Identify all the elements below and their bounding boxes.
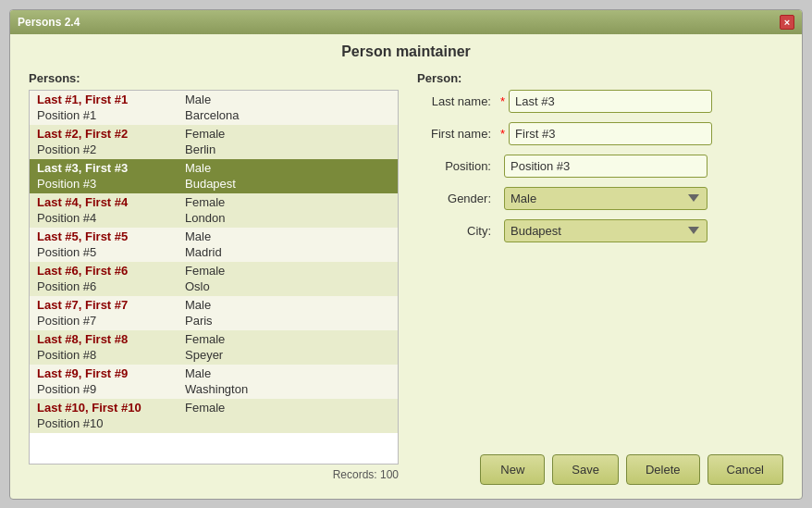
left-panel: Persons: Last #1, First #1 Male Position… (29, 71, 399, 485)
first-name-label: First name: (417, 127, 500, 141)
persons-label: Persons: (29, 71, 399, 85)
new-button[interactable]: New (480, 454, 545, 485)
city-select[interactable]: BarcelonaBerlinBudapestLondonMadridOsloP… (504, 219, 707, 242)
window-title: Persons 2.4 (18, 16, 80, 29)
last-name-row: Last name: * (417, 90, 783, 113)
list-item[interactable]: Last #8, First #8 Female (30, 330, 398, 348)
list-subitem[interactable]: Position #7 Paris (30, 314, 398, 330)
list-subitem[interactable]: Position #3 Budapest (30, 177, 398, 193)
list-subitem[interactable]: Position #5 Madrid (30, 245, 398, 262)
city-row: City: BarcelonaBerlinBudapestLondonMadri… (417, 219, 783, 242)
list-item[interactable]: Last #4, First #4 Female (30, 193, 398, 211)
form-section: Last name: * First name: * (417, 90, 783, 445)
last-name-label: Last name: (417, 94, 500, 108)
gender-label: Gender: (417, 192, 500, 205)
list-item[interactable]: Last #9, First #9 Male (30, 365, 398, 382)
gender-row: Gender: MaleFemale (417, 187, 783, 210)
list-subitem[interactable]: Position #1 Barcelona (30, 108, 398, 125)
first-name-required: * (500, 127, 505, 141)
list-subitem[interactable]: Position #9 Washington (30, 382, 398, 399)
last-name-required: * (500, 94, 505, 108)
cancel-button[interactable]: Cancel (707, 454, 783, 485)
title-bar: Persons 2.4 × (10, 10, 802, 34)
list-subitem[interactable]: Position #2 Berlin (30, 142, 398, 159)
position-label: Position: (417, 159, 500, 173)
list-subitem[interactable]: Position #10 (30, 416, 398, 433)
list-item[interactable]: Last #5, First #5 Male (30, 228, 398, 245)
last-name-input[interactable] (509, 90, 712, 113)
delete-button[interactable]: Delete (626, 454, 700, 485)
button-bar: New Save Delete Cancel (417, 445, 783, 485)
content-area: Person maintainer Persons: Last #1, Firs… (10, 34, 802, 499)
position-row: Position: (417, 155, 783, 178)
persons-list[interactable]: Last #1, First #1 Male Position #1 Barce… (29, 90, 399, 465)
list-item[interactable]: Last #6, First #6 Female (30, 262, 398, 279)
gender-select[interactable]: MaleFemale (504, 187, 707, 210)
city-label: City: (417, 224, 500, 238)
list-item[interactable]: Last #1, First #1 Male (30, 91, 398, 108)
right-panel: Person: Last name: * First name: * (417, 71, 783, 485)
records-count: Records: 100 (29, 465, 399, 485)
list-item[interactable]: Last #7, First #7 Male (30, 296, 398, 314)
list-item[interactable]: Last #3, First #3 Male (30, 159, 398, 177)
position-input[interactable] (504, 155, 707, 178)
save-button[interactable]: Save (552, 454, 619, 485)
main-window: Persons 2.4 × Person maintainer Persons:… (9, 9, 803, 500)
first-name-row: First name: * (417, 122, 783, 145)
list-subitem[interactable]: Position #6 Oslo (30, 279, 398, 296)
list-subitem[interactable]: Position #4 London (30, 211, 398, 228)
list-subitem[interactable]: Position #8 Speyer (30, 348, 398, 365)
main-area: Persons: Last #1, First #1 Male Position… (29, 71, 783, 485)
page-title: Person maintainer (29, 43, 783, 60)
list-item[interactable]: Last #2, First #2 Female (30, 125, 398, 142)
person-label: Person: (417, 71, 783, 85)
close-button[interactable]: × (780, 15, 794, 30)
list-item[interactable]: Last #10, First #10 Female (30, 399, 398, 416)
first-name-input[interactable] (509, 122, 712, 145)
